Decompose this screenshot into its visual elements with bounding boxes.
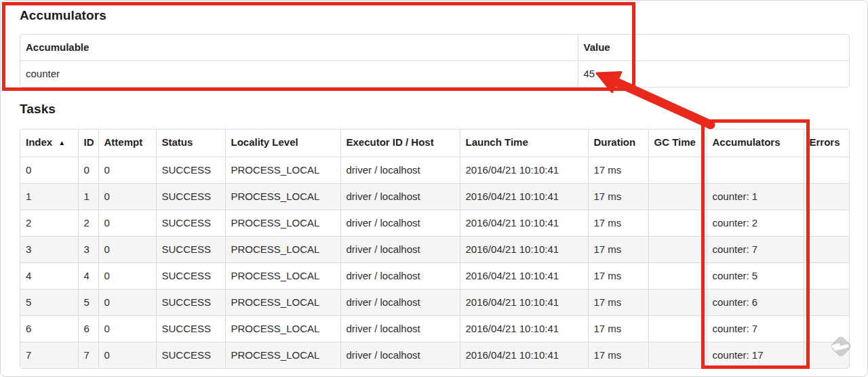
task-duration-cell: 17 ms: [588, 237, 648, 263]
task-duration-cell: 17 ms: [588, 210, 648, 237]
accumulable-column-header: Accumulable: [20, 35, 578, 61]
locality-level-column-header[interactable]: Locality Level: [225, 130, 340, 157]
task-executor-id-host-cell: driver / localhost: [340, 263, 460, 290]
spark-ui-stage-page: Accumulators Accumulable Value counter: [0, 0, 868, 377]
task-row: 5 5 0 SUCCESS PROCESS_LOCAL driver / loc…: [20, 290, 849, 316]
task-duration-cell: 17 ms: [588, 157, 648, 184]
accumulator-row: counter 45: [20, 61, 849, 87]
task-accumulators-cell: counter: 5: [707, 263, 804, 290]
task-locality-level-cell: PROCESS_LOCAL: [225, 342, 340, 369]
attempt-column-header[interactable]: Attempt: [98, 130, 156, 157]
launch-time-column-header-label: Launch Time: [466, 136, 528, 148]
task-errors-cell: [804, 263, 849, 290]
task-launch-time-cell: 2016/04/21 10:10:41: [460, 237, 588, 263]
task-errors-cell: [804, 184, 849, 210]
task-id-cell: 3: [78, 237, 98, 263]
task-launch-time-cell: 2016/04/21 10:10:41: [460, 316, 588, 342]
task-executor-id-host-cell: driver / localhost: [340, 316, 460, 342]
task-status-cell: SUCCESS: [156, 184, 225, 210]
task-row: 0 0 0 SUCCESS PROCESS_LOCAL driver / loc…: [20, 157, 849, 184]
task-executor-id-host-cell: driver / localhost: [340, 210, 460, 237]
task-locality-level-cell: PROCESS_LOCAL: [225, 263, 340, 290]
task-duration-cell: 17 ms: [588, 290, 648, 316]
status-column-header[interactable]: Status: [156, 130, 225, 157]
task-locality-level-cell: PROCESS_LOCAL: [225, 210, 340, 237]
task-status-cell: SUCCESS: [156, 157, 225, 184]
task-errors-cell: [804, 237, 849, 263]
status-column-header-label: Status: [162, 136, 193, 148]
task-accumulators-cell: counter: 17: [707, 342, 804, 369]
task-errors-cell: [804, 316, 849, 342]
task-index-cell: 1: [20, 184, 78, 210]
task-index-cell: 3: [20, 237, 78, 263]
accumulators-column-header-label: Accumulators: [713, 136, 781, 148]
index-column-header[interactable]: Index▲: [20, 130, 78, 157]
task-errors-cell: [804, 290, 849, 316]
task-attempt-cell: 0: [98, 157, 156, 184]
task-duration-cell: 17 ms: [588, 184, 648, 210]
task-attempt-cell: 0: [98, 237, 156, 263]
task-row: 6 6 0 SUCCESS PROCESS_LOCAL driver / loc…: [20, 316, 849, 342]
value-column-header-label: Value: [584, 41, 610, 53]
task-status-cell: SUCCESS: [156, 342, 225, 369]
task-locality-level-cell: PROCESS_LOCAL: [225, 184, 340, 210]
task-executor-id-host-cell: driver / localhost: [340, 157, 460, 184]
task-index-cell: 2: [20, 210, 78, 237]
task-launch-time-cell: 2016/04/21 10:10:41: [460, 263, 588, 290]
task-gc-time-cell: [648, 342, 707, 369]
task-status-cell: SUCCESS: [156, 290, 225, 316]
accumulable-column-header-label: Accumulable: [26, 41, 89, 53]
task-index-cell: 0: [20, 157, 78, 184]
gc-time-column-header[interactable]: GC Time: [648, 130, 707, 157]
task-gc-time-cell: [648, 157, 707, 184]
task-id-cell: 4: [78, 263, 98, 290]
task-duration-cell: 17 ms: [588, 342, 648, 369]
task-accumulators-cell: counter: 2: [707, 210, 804, 237]
task-duration-cell: 17 ms: [588, 263, 648, 290]
attempt-column-header-label: Attempt: [104, 136, 143, 148]
task-executor-id-host-cell: driver / localhost: [340, 184, 460, 210]
task-row: 4 4 0 SUCCESS PROCESS_LOCAL driver / loc…: [20, 263, 849, 290]
task-executor-id-host-cell: driver / localhost: [340, 342, 460, 369]
task-id-cell: 6: [78, 316, 98, 342]
task-attempt-cell: 0: [98, 316, 156, 342]
task-launch-time-cell: 2016/04/21 10:10:41: [460, 290, 588, 316]
executor-id-host-column-header[interactable]: Executor ID / Host: [340, 130, 460, 157]
task-gc-time-cell: [648, 184, 707, 210]
task-gc-time-cell: [648, 316, 707, 342]
task-id-cell: 1: [78, 184, 98, 210]
task-row: 3 3 0 SUCCESS PROCESS_LOCAL driver / loc…: [20, 237, 849, 263]
value-column-header: Value: [578, 35, 849, 61]
id-column-header-label: ID: [84, 136, 94, 148]
errors-column-header[interactable]: Errors: [804, 130, 849, 157]
task-id-cell: 5: [78, 290, 98, 316]
task-errors-cell: [804, 342, 849, 369]
task-id-cell: 2: [78, 210, 98, 237]
duration-column-header-label: Duration: [594, 136, 636, 148]
task-launch-time-cell: 2016/04/21 10:10:41: [460, 157, 588, 184]
task-launch-time-cell: 2016/04/21 10:10:41: [460, 184, 588, 210]
id-column-header[interactable]: ID: [78, 130, 98, 157]
task-index-cell: 5: [20, 290, 78, 316]
locality-level-column-header-label: Locality Level: [231, 136, 298, 148]
tasks-table: Index▲ ID Attempt Status Locality Level: [20, 129, 850, 369]
task-attempt-cell: 0: [98, 184, 156, 210]
duration-column-header[interactable]: Duration: [588, 130, 648, 157]
task-status-cell: SUCCESS: [156, 316, 225, 342]
task-attempt-cell: 0: [98, 290, 156, 316]
accumulators-column-header[interactable]: Accumulators: [707, 130, 804, 157]
task-id-cell: 7: [78, 342, 98, 369]
launch-time-column-header[interactable]: Launch Time: [460, 130, 588, 157]
task-locality-level-cell: PROCESS_LOCAL: [225, 157, 340, 184]
task-index-cell: 6: [20, 316, 78, 342]
accumulators-table: Accumulable Value counter 45: [20, 34, 850, 87]
task-locality-level-cell: PROCESS_LOCAL: [225, 316, 340, 342]
task-row: 7 7 0 SUCCESS PROCESS_LOCAL driver / loc…: [20, 342, 849, 369]
task-row: 1 1 0 SUCCESS PROCESS_LOCAL driver / loc…: [20, 184, 849, 210]
tasks-table-header-row: Index▲ ID Attempt Status Locality Level: [20, 130, 849, 157]
task-gc-time-cell: [648, 237, 707, 263]
task-gc-time-cell: [648, 210, 707, 237]
task-gc-time-cell: [648, 263, 707, 290]
sort-ascending-icon: ▲: [58, 139, 65, 146]
tasks-section-title: Tasks: [20, 102, 56, 117]
